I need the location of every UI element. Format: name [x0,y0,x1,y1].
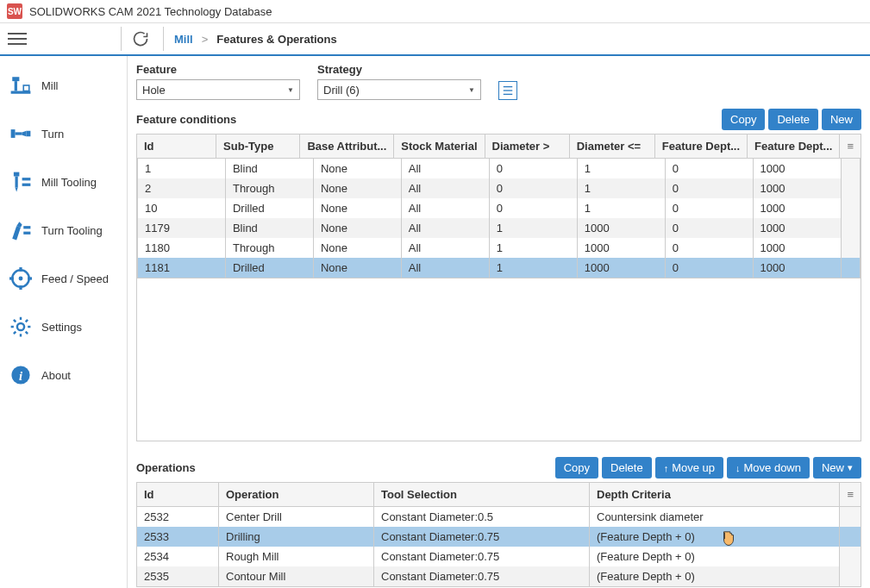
cell: 1179 [138,218,226,238]
cell: 1000 [577,238,665,258]
cell: Blind [225,159,313,178]
svg-rect-10 [22,178,31,180]
cell: 1000 [753,198,841,218]
sidebar-item-mill[interactable]: Mill [0,61,127,109]
cell: 1 [577,159,665,178]
cell: 1000 [753,178,841,198]
op-movedown-button[interactable]: ↓Move down [727,457,810,479]
col-diale[interactable]: Diameter <= [569,134,654,159]
sidebar-item-label: About [41,369,71,382]
about-icon: i [9,363,33,387]
caret-down-icon: ▾ [848,462,853,473]
list-icon [502,84,514,97]
arrow-down-icon: ↓ [735,463,741,473]
col-subtype[interactable]: Sub-Type [216,134,300,159]
table-row[interactable]: 10DrilledNoneAll0101000 [138,198,861,218]
col-op-operation[interactable]: Operation [219,483,374,507]
col-op-depth[interactable]: Depth Criteria [590,483,840,507]
cell: Drilled [225,258,313,278]
sidebar-item-turn-tooling[interactable]: Turn Tooling [0,206,127,254]
cell: 0 [665,159,753,178]
cell: Center Drill [219,507,374,528]
cell: All [401,218,489,238]
cell: Blind [225,218,313,238]
strategy-list-button[interactable] [498,81,517,100]
table-row[interactable]: 1181DrilledNoneAll1100001000 [138,258,861,278]
strategy-label: Strategy [317,63,481,76]
svg-rect-14 [23,232,30,235]
sidebar-item-mill-tooling[interactable]: Mill Tooling [0,158,127,206]
col-id[interactable]: Id [137,134,216,159]
feature-select[interactable]: Hole [136,79,300,100]
cell: 2 [138,178,226,198]
table-row[interactable]: 2535Contour MillConstant Diameter:0.75(F… [137,566,861,587]
fc-copy-button[interactable]: Copy [722,109,765,130]
cell: 1181 [138,258,226,278]
breadcrumb-separator: > [202,33,209,46]
op-copy-button[interactable]: Copy [555,457,598,479]
refresh-button[interactable] [128,27,153,51]
col-fd1[interactable]: Feature Dept... [654,134,747,159]
sidebar-item-turn[interactable]: Turn [0,109,127,158]
filter-row: Feature Hole Strategy Drill (6) [136,63,861,100]
table-row[interactable]: 2534Rough MillConstant Diameter:0.75(Fea… [137,547,861,566]
table-row[interactable]: 2ThroughNoneAll0101000 [138,178,861,198]
feature-conditions-title: Feature conditions [136,113,236,126]
turn-tooling-icon [9,218,33,242]
cell: Constant Diameter:0.75 [374,566,590,587]
strategy-select[interactable]: Drill (6) [317,79,481,100]
cell: None [313,159,401,178]
sidebar-item-label: Turn [41,128,64,141]
sidebar-item-label: Mill Tooling [41,176,97,189]
cell: 1000 [753,258,841,278]
cell: 0 [489,198,577,218]
titlebar: SW SOLIDWORKS CAM 2021 Technology Databa… [0,0,870,23]
sidebar-item-label: Settings [41,321,82,334]
sidebar-item-about[interactable]: i About [0,351,127,399]
col-baseattr[interactable]: Base Attribut... [300,134,394,159]
sidebar-item-feed-speed[interactable]: Feed / Speed [0,254,127,303]
table-row[interactable]: 2532Center DrillConstant Diameter:0.5Cou… [137,507,861,528]
op-columns-menu[interactable]: ≡ [840,483,861,507]
table-row[interactable]: 2533DrillingConstant Diameter:0.75(Featu… [137,527,861,547]
svg-point-16 [19,277,23,281]
svg-rect-19 [9,277,14,279]
cell: Drilled [225,198,313,218]
app-title: SOLIDWORKS CAM 2021 Technology Database [29,5,272,18]
table-row[interactable]: 1BlindNoneAll0101000 [138,159,861,178]
col-stock[interactable]: Stock Material [394,134,485,159]
col-fd2[interactable]: Feature Dept... [748,134,840,159]
arrow-up-icon: ↑ [664,463,669,473]
operations-title: Operations [136,461,196,474]
cell: 1 [489,218,577,238]
op-moveup-button[interactable]: ↑Move up [655,457,723,479]
breadcrumb-root[interactable]: Mill [174,33,193,46]
svg-rect-0 [12,77,19,81]
sidebar-item-settings[interactable]: Settings [0,303,127,351]
cell: 2532 [137,507,219,528]
cell: None [313,198,401,218]
cell: Drilling [219,527,374,547]
col-op-id[interactable]: Id [137,483,219,507]
col-diagt[interactable]: Diameter > [485,134,569,159]
col-op-tool[interactable]: Tool Selection [374,483,590,507]
cell: Through [225,178,313,198]
fc-delete-button[interactable]: Delete [768,109,818,130]
fc-new-button[interactable]: New [822,109,861,130]
cell: All [401,159,489,178]
fc-columns-menu[interactable]: ≡ [840,134,861,159]
op-new-button[interactable]: New▾ [813,457,861,479]
cell: 0 [489,159,577,178]
cell: 2533 [137,527,219,547]
svg-rect-18 [19,285,22,290]
menu-toggle-button[interactable] [0,33,34,45]
svg-rect-4 [11,129,16,138]
sidebar: Mill Turn Mill Tooling Turn Tooling Feed… [0,56,128,588]
cell: None [313,238,401,258]
table-row[interactable]: 1180ThroughNoneAll1100001000 [138,238,861,258]
cell: Constant Diameter:0.75 [374,547,590,566]
op-delete-button[interactable]: Delete [602,457,652,479]
table-header-row: Id Sub-Type Base Attribut... Stock Mater… [137,134,861,159]
table-row[interactable]: 1179BlindNoneAll1100001000 [138,218,861,238]
svg-point-21 [17,323,24,330]
